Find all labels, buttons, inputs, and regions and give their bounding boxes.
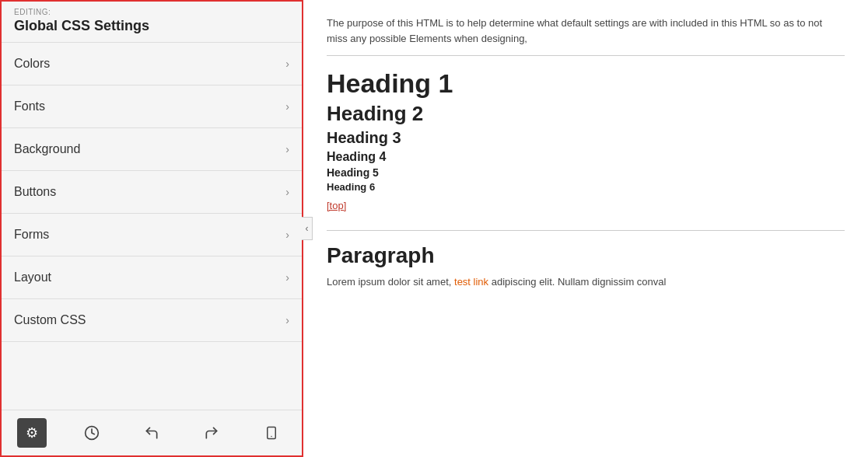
- menu-item-label-custom-css: Custom CSS: [14, 313, 86, 327]
- chevron-icon-fonts: ›: [285, 100, 289, 113]
- editing-header: EDITING: Global CSS Settings: [2, 2, 302, 43]
- heading-4: Heading 4: [327, 150, 845, 164]
- editing-title: Global CSS Settings: [14, 18, 149, 33]
- headings-section: Heading 1 Heading 2 Heading 3 Heading 4 …: [327, 68, 845, 193]
- intro-text: The purpose of this HTML is to help dete…: [327, 16, 845, 46]
- menu-item-label-buttons: Buttons: [14, 185, 56, 199]
- heading-5: Heading 5: [327, 166, 845, 179]
- paragraph-text: Lorem ipsum dolor sit amet, test link ad…: [327, 274, 845, 291]
- editing-label: EDITING:: [14, 8, 289, 16]
- heading-2: Heading 2: [327, 102, 845, 126]
- menu-item-layout[interactable]: Layout ›: [2, 256, 302, 299]
- history-button[interactable]: [77, 418, 107, 448]
- menu-item-label-fonts: Fonts: [14, 99, 45, 113]
- mobile-preview-button[interactable]: [257, 418, 286, 448]
- menu-item-forms[interactable]: Forms ›: [2, 214, 302, 256]
- menu-item-buttons[interactable]: Buttons ›: [2, 171, 302, 214]
- menu-item-label-layout: Layout: [14, 270, 51, 284]
- menu-item-colors[interactable]: Colors ›: [2, 43, 302, 85]
- heading-6: Heading 6: [327, 181, 845, 193]
- top-link[interactable]: [top]: [327, 200, 346, 211]
- menu-item-label-forms: Forms: [14, 228, 49, 242]
- menu-item-background[interactable]: Background ›: [2, 128, 302, 171]
- divider-1: [327, 55, 845, 56]
- chevron-icon-layout: ›: [285, 271, 289, 284]
- left-panel: EDITING: Global CSS Settings Colors › Fo…: [0, 0, 303, 457]
- chevron-icon-forms: ›: [285, 228, 289, 241]
- menu-item-label-background: Background: [14, 142, 80, 156]
- heading-1: Heading 1: [327, 68, 845, 99]
- redo-button[interactable]: [197, 418, 226, 448]
- chevron-icon-buttons: ›: [285, 186, 289, 198]
- divider-2: [327, 230, 845, 231]
- menu-item-label-colors: Colors: [14, 57, 50, 71]
- collapse-panel-button[interactable]: ‹: [302, 217, 313, 240]
- undo-button[interactable]: [137, 418, 166, 448]
- chevron-icon-background: ›: [285, 143, 289, 155]
- right-panel: The purpose of this HTML is to help dete…: [303, 0, 868, 457]
- menu-item-fonts[interactable]: Fonts ›: [2, 85, 302, 128]
- chevron-icon-colors: ›: [285, 58, 289, 70]
- heading-3: Heading 3: [327, 129, 845, 147]
- bottom-toolbar: ⚙: [2, 410, 302, 455]
- settings-button[interactable]: ⚙: [17, 418, 47, 448]
- chevron-icon-custom-css: ›: [285, 314, 289, 326]
- menu-item-custom-css[interactable]: Custom CSS ›: [2, 299, 302, 342]
- test-link[interactable]: test link: [454, 276, 488, 288]
- menu-list: Colors › Fonts › Background › Buttons › …: [2, 43, 302, 410]
- paragraph-heading: Paragraph: [327, 243, 845, 268]
- paragraph-section: Paragraph Lorem ipsum dolor sit amet, te…: [327, 243, 845, 291]
